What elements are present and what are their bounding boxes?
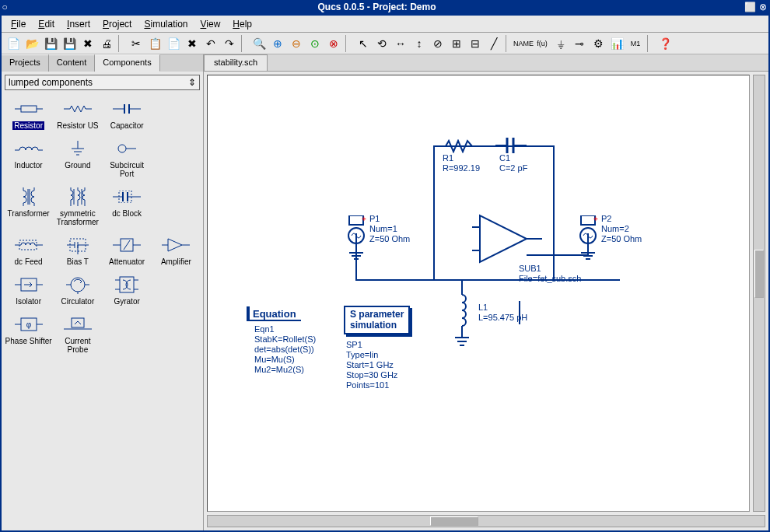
zoom-reset-icon[interactable]: ⊗ xyxy=(325,35,342,52)
save-all-icon[interactable]: 💾 xyxy=(61,35,78,52)
window-menu-icon[interactable]: ○ xyxy=(0,2,9,12)
simulate-icon[interactable]: ⚙ xyxy=(590,35,607,52)
component-category-combo[interactable]: lumped components ⇕ xyxy=(5,75,200,90)
component-dc-block[interactable]: dc Block xyxy=(103,187,151,226)
menu-view[interactable]: View xyxy=(194,17,227,31)
component-gyrator[interactable]: Gyrator xyxy=(103,275,151,306)
zoom-out-icon[interactable]: ⊖ xyxy=(288,35,305,52)
marker-icon[interactable]: M1 xyxy=(627,35,644,52)
grid-icon[interactable]: ⊞ xyxy=(448,35,465,52)
toolbar: 📄 📂 💾 💾 ✖ 🖨 ✂ 📋 📄 ✖ ↶ ↷ 🔍 ⊕ ⊖ ⊙ ⊗ ↖ ⟲ ↔ … xyxy=(2,33,768,54)
main-area: stability.sch xyxy=(204,54,768,530)
ground-icon[interactable]: ⏚ xyxy=(552,35,569,52)
component-resistor-us[interactable]: Resistor US xyxy=(54,100,101,130)
schematic-r1[interactable] xyxy=(441,139,478,153)
delete-icon[interactable]: ✖ xyxy=(184,35,201,52)
schematic-sub1[interactable] xyxy=(472,208,542,270)
svg-text:+: + xyxy=(593,215,598,223)
c1-value: C=2 pF xyxy=(499,163,527,173)
redo-icon[interactable]: ↷ xyxy=(221,35,238,52)
close-doc-icon[interactable]: ✖ xyxy=(79,35,96,52)
component-bias-t[interactable]: Bias T xyxy=(54,236,101,266)
svg-rect-18 xyxy=(19,240,37,250)
doc-tab-stability[interactable]: stability.sch xyxy=(204,54,268,71)
schematic-p1[interactable]: + xyxy=(346,215,366,270)
p2-name: P2 xyxy=(601,214,611,223)
close-icon[interactable]: ⊗ xyxy=(759,2,767,12)
schematic-p2[interactable]: + xyxy=(578,215,598,270)
component-amplifier[interactable]: Amplifier xyxy=(152,236,200,266)
component-phase-shifter[interactable]: φ Phase Shifter xyxy=(5,315,52,354)
tab-projects[interactable]: Projects xyxy=(2,54,49,72)
component-inductor[interactable]: Inductor xyxy=(5,139,52,178)
component-transformer[interactable]: Transformer xyxy=(5,187,52,226)
component-dc-feed[interactable]: dc Feed xyxy=(5,236,52,266)
vertical-scrollbar[interactable] xyxy=(753,75,765,512)
eqn-l4: Mu2=Mu2(S) xyxy=(254,365,304,374)
component-current-probe[interactable]: Current Probe xyxy=(54,315,101,354)
schematic-c1[interactable] xyxy=(495,136,527,155)
eqn-l2: det=abs(det(S)) xyxy=(254,345,314,354)
component-subcircuit-port[interactable]: Subcircuit Port xyxy=(103,139,151,178)
component-capacitor[interactable]: Capacitor xyxy=(103,100,151,130)
label-icon[interactable]: NAME xyxy=(515,35,532,52)
zoom-1-icon[interactable]: ⊙ xyxy=(306,35,324,52)
save-icon[interactable]: 💾 xyxy=(42,35,59,52)
menu-edit[interactable]: Edit xyxy=(32,17,61,31)
grid2-icon[interactable]: ⊟ xyxy=(467,35,484,52)
component-isolator[interactable]: Isolator xyxy=(5,275,52,306)
print-icon[interactable]: 🖨 xyxy=(98,35,115,52)
schematic-canvas[interactable]: R1 R=992.19 C1 C=2 pF xyxy=(207,75,750,512)
new-icon[interactable]: 📄 xyxy=(5,35,22,52)
component-sym-transformer[interactable]: symmetric Transformer xyxy=(54,187,101,226)
zoom-fit-icon[interactable]: 🔍 xyxy=(250,35,268,52)
wire-icon[interactable]: ╱ xyxy=(485,35,502,52)
sp-points: Points=101 xyxy=(346,380,389,390)
menu-project[interactable]: Project xyxy=(96,17,138,31)
view-data-icon[interactable]: 📊 xyxy=(608,35,625,52)
sp-name: SP1 xyxy=(346,340,362,349)
l1-name: L1 xyxy=(478,303,488,312)
menubar: File Edit Insert Project Simulation View… xyxy=(2,16,768,33)
maximize-icon[interactable]: ⬜ xyxy=(744,2,756,12)
component-grid: Resistor Resistor US Capacitor Inductor xyxy=(2,93,203,360)
p2-num: Num=2 xyxy=(601,224,629,233)
window-titlebar: ○ Qucs 0.0.5 - Project: Demo ⬜ ⊗ xyxy=(0,0,770,14)
component-ground[interactable]: Ground xyxy=(54,139,101,178)
port-icon[interactable]: ⊸ xyxy=(571,35,588,52)
mirror-x-icon[interactable]: ↔ xyxy=(392,35,409,52)
undo-icon[interactable]: ↶ xyxy=(202,35,219,52)
sub1-name: SUB1 xyxy=(519,264,541,273)
equation-block[interactable]: Equation xyxy=(247,306,301,321)
sp-sim-block[interactable]: S parameter simulation xyxy=(344,306,410,334)
component-attenuator[interactable]: Attenuator xyxy=(103,236,151,266)
zoom-in-icon[interactable]: ⊕ xyxy=(269,35,286,52)
svg-rect-48 xyxy=(72,318,84,327)
tab-content[interactable]: Content xyxy=(49,54,96,72)
open-icon[interactable]: 📂 xyxy=(23,35,40,52)
deactivate-icon[interactable]: ⊘ xyxy=(429,35,446,52)
select-icon[interactable]: ↖ xyxy=(355,35,372,52)
paste-icon[interactable]: 📄 xyxy=(165,35,182,52)
tab-components[interactable]: Components xyxy=(95,54,159,72)
menu-help[interactable]: Help xyxy=(226,17,258,31)
copy-icon[interactable]: 📋 xyxy=(146,35,163,52)
svg-point-11 xyxy=(118,145,126,152)
menu-simulation[interactable]: Simulation xyxy=(138,17,194,31)
mirror-y-icon[interactable]: ↕ xyxy=(411,35,428,52)
sp-start: Start=1 GHz xyxy=(346,360,394,369)
horizontal-scrollbar[interactable] xyxy=(207,515,765,527)
menu-file[interactable]: File xyxy=(5,17,32,31)
svg-rect-1 xyxy=(21,106,37,112)
equation-icon[interactable]: f(u) xyxy=(534,35,551,52)
sub1-file: File=fet_sub.sch xyxy=(519,274,581,283)
left-panel: Projects Content Components lumped compo… xyxy=(2,54,204,530)
cut-icon[interactable]: ✂ xyxy=(128,35,145,52)
rotate-icon[interactable]: ⟲ xyxy=(373,35,390,52)
sp-type: Type=lin xyxy=(346,350,378,359)
schematic-l1[interactable] xyxy=(452,279,472,357)
component-resistor[interactable]: Resistor xyxy=(5,100,52,130)
help-icon[interactable]: ❓ xyxy=(656,35,674,52)
menu-insert[interactable]: Insert xyxy=(61,17,96,31)
component-circulator[interactable]: Circulator xyxy=(54,275,101,306)
